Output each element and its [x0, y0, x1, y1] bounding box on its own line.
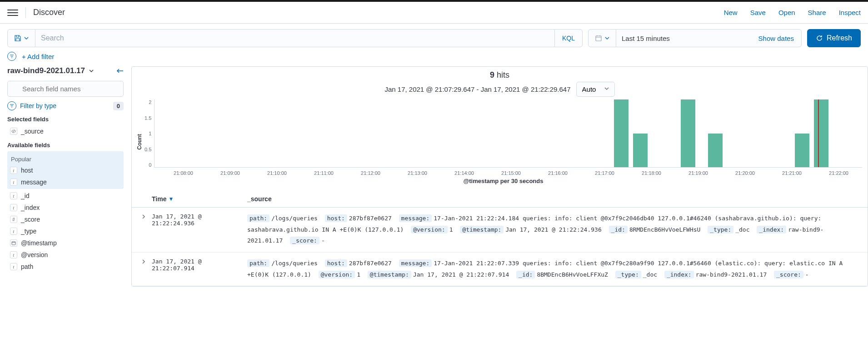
- header-links: New Save Open Share Inspect: [724, 9, 861, 16]
- expand-row-button[interactable]: [141, 213, 152, 219]
- table-row: Jan 17, 2021 @ 21:22:07.914 path:/logs/q…: [132, 253, 868, 286]
- field-value: _doc: [643, 271, 657, 278]
- histogram-bar[interactable]: [795, 134, 809, 168]
- field-value: 8BMDEncB6HvVoeLFFXuZ: [537, 271, 608, 278]
- content: 9 hits Jan 17, 2021 @ 21:07:29.647 - Jan…: [131, 66, 868, 362]
- calendar-icon: [595, 35, 602, 42]
- field-item[interactable]: @timestamp: [7, 237, 124, 249]
- nav-menu-icon[interactable]: [7, 7, 18, 18]
- field-key: host:: [325, 214, 347, 222]
- filter-by-type-button[interactable]: Filter by type 0: [7, 101, 124, 110]
- saved-query-button[interactable]: [8, 30, 35, 47]
- svg-rect-2: [12, 242, 15, 245]
- field-key: _score:: [290, 237, 319, 244]
- time-range-label: Jan 17, 2021 @ 21:07:29.647 - Jan 17, 20…: [384, 85, 570, 93]
- field-value: raw-bind9-2021.01.17: [696, 271, 767, 278]
- available-fields-label: Available fields: [7, 142, 124, 149]
- show-dates-link[interactable]: Show dates: [751, 35, 801, 42]
- app-title: Discover: [33, 8, 65, 17]
- query-bar: KQL Last 15 minutes Show dates Refresh: [0, 24, 868, 47]
- search-group: KQL: [7, 29, 583, 47]
- filter-bar: + Add filter: [0, 47, 868, 66]
- x-axis-label: @timestamp per 30 seconds: [145, 178, 862, 184]
- field-item[interactable]: t_type: [7, 225, 124, 237]
- collapse-sidebar-button[interactable]: [115, 68, 124, 74]
- field-search-input[interactable]: [7, 81, 124, 97]
- histogram-bar[interactable]: [681, 99, 695, 167]
- svg-rect-0: [596, 36, 601, 41]
- field-value: 287bf87e0627: [349, 215, 392, 222]
- column-source-header[interactable]: _source: [247, 195, 858, 203]
- field-key: _index:: [664, 271, 694, 278]
- y-ticks: 21.510.50: [145, 99, 154, 168]
- date-quick-button[interactable]: [589, 30, 616, 47]
- header-link-save[interactable]: Save: [750, 9, 766, 16]
- field-value: Jan 17, 2021 @ 21:22:24.936: [505, 226, 601, 233]
- field-key: message:: [399, 214, 432, 222]
- field-value: Jan 17, 2021 @ 21:22:07.914: [413, 271, 509, 278]
- field-item[interactable]: #_score: [7, 213, 124, 225]
- field-value: 8RMDEncB6HvVoeLFWHsU: [629, 226, 701, 233]
- filter-options-button[interactable]: [7, 52, 16, 61]
- header-link-new[interactable]: New: [724, 9, 738, 16]
- field-value: /logs/queries: [271, 215, 318, 222]
- index-pattern-name: raw-bind9-2021.01.17: [7, 66, 85, 75]
- add-filter-button[interactable]: + Add filter: [22, 53, 54, 60]
- field-key: @version:: [411, 226, 447, 233]
- doc-source: path:/logs/queries host:287bf87e0627 mes…: [247, 258, 858, 280]
- interval-select[interactable]: Auto: [576, 82, 615, 97]
- hits-count: 9: [490, 70, 494, 79]
- hits-suffix: hits: [497, 70, 509, 79]
- header-link-open[interactable]: Open: [778, 9, 795, 16]
- field-key: @timestamp:: [460, 226, 504, 233]
- field-item[interactable]: t_index: [7, 202, 124, 213]
- app-header: Discover New Save Open Share Inspect: [0, 2, 868, 24]
- y-axis-label: Count: [135, 134, 145, 150]
- field-key: _index:: [757, 226, 786, 233]
- histogram-bar[interactable]: [814, 99, 828, 167]
- field-item[interactable]: thost: [7, 164, 124, 176]
- refresh-icon: [816, 35, 823, 42]
- expand-row-button[interactable]: [141, 258, 152, 264]
- histogram-bar[interactable]: [614, 99, 629, 167]
- table-row: Jan 17, 2021 @ 21:22:24.936 path:/logs/q…: [132, 208, 868, 253]
- kql-toggle[interactable]: KQL: [554, 30, 582, 47]
- chevron-down-icon: [605, 36, 609, 40]
- field-key: _score:: [774, 271, 803, 278]
- field-item[interactable]: t_id: [7, 190, 124, 202]
- field-key: @version:: [319, 271, 355, 278]
- disk-icon: [14, 35, 21, 42]
- date-range-label[interactable]: Last 15 minutes: [616, 35, 751, 42]
- field-key: @timestamp:: [368, 271, 411, 278]
- histogram-bar[interactable]: [633, 134, 648, 168]
- field-item[interactable]: t@version: [7, 249, 124, 261]
- field-key: _id:: [609, 226, 628, 233]
- histogram-bar[interactable]: [708, 134, 723, 168]
- chart-controls: Jan 17, 2021 @ 21:07:29.647 - Jan 17, 20…: [132, 82, 868, 97]
- field-item[interactable]: tmessage: [7, 176, 124, 188]
- header-link-share[interactable]: Share: [808, 9, 826, 16]
- divider: [25, 7, 26, 18]
- filter-by-type-label: Filter by type: [20, 102, 56, 109]
- search-input[interactable]: [35, 34, 554, 42]
- field-value: 1: [357, 271, 360, 278]
- docs-header: Time ▼ _source: [132, 189, 868, 208]
- field-value: 1: [449, 226, 453, 233]
- field-key: _id:: [516, 271, 535, 278]
- field-item[interactable]: tpath: [7, 261, 124, 273]
- field-item[interactable]: _source: [7, 125, 124, 137]
- filter-icon: [10, 54, 14, 59]
- filter-count-badge: 0: [113, 102, 124, 110]
- chevron-down-icon: [89, 68, 94, 74]
- histogram-chart[interactable]: Count 21.510.50 21:08:0021:09:0021:10:00…: [132, 99, 868, 184]
- time-marker: [818, 99, 819, 167]
- column-time-header[interactable]: Time ▼: [152, 195, 247, 203]
- index-pattern-selector[interactable]: raw-bind9-2021.01.17: [7, 66, 94, 75]
- field-key: host:: [325, 259, 347, 267]
- header-link-inspect[interactable]: Inspect: [839, 9, 861, 16]
- doc-time: Jan 17, 2021 @ 21:22:07.914: [152, 258, 247, 272]
- refresh-button[interactable]: Refresh: [807, 29, 861, 47]
- selected-fields-label: Selected fields: [7, 116, 124, 123]
- chevron-down-icon: [24, 36, 29, 40]
- field-value: _doc: [735, 226, 749, 233]
